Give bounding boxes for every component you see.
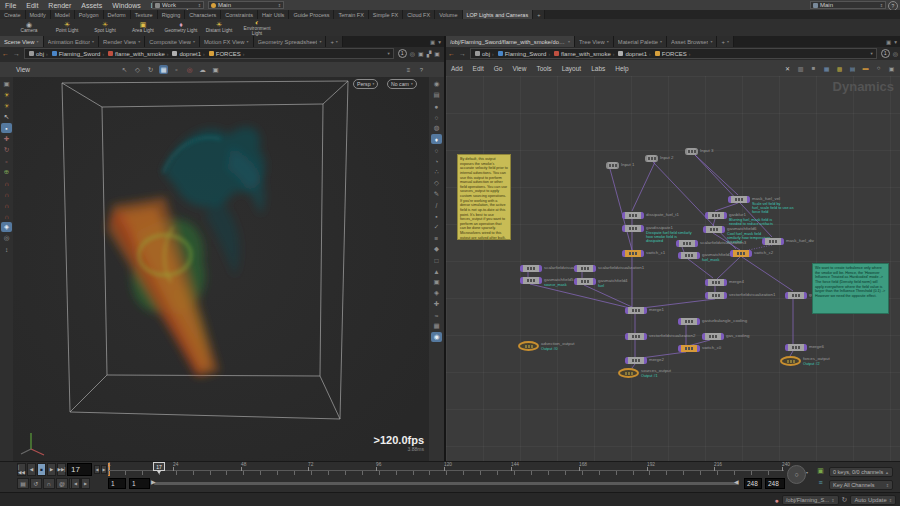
node-gasmatchfield4[interactable]: gasmatchfield4 fuel xyxy=(574,278,628,288)
node-input3[interactable]: Input 3 xyxy=(685,148,746,155)
node-switch-c1[interactable]: switch_c1 xyxy=(622,250,692,257)
node-body[interactable] xyxy=(728,196,750,203)
nav-back-icon[interactable]: ← xyxy=(0,50,11,57)
check-icon[interactable]: ✓ xyxy=(431,222,442,232)
shelf-tab[interactable]: Cloud FX xyxy=(403,10,435,19)
range-end-field[interactable]: 248 xyxy=(744,478,762,489)
pane-tab[interactable]: Motion FX View▾ xyxy=(200,36,254,47)
menu-item[interactable]: Render xyxy=(43,2,76,9)
node-body[interactable] xyxy=(518,341,539,351)
pane-tab[interactable]: Tree View▾ xyxy=(575,36,614,47)
range-slider-left-handle[interactable]: ▶ xyxy=(151,478,156,485)
headlight-icon[interactable]: ◉ xyxy=(431,332,442,342)
node-switch-c0[interactable]: switch_c0 xyxy=(678,345,748,352)
sticky-note-green[interactable]: We want to create turbulence only where … xyxy=(812,263,889,314)
pane-tab[interactable]: +▾ xyxy=(717,36,733,47)
rotate-tool-icon[interactable]: ↻ xyxy=(1,145,12,155)
shelf-tab[interactable]: Volume xyxy=(435,10,462,19)
recook-icon[interactable]: ↻ xyxy=(842,496,848,504)
pan-icon[interactable]: ↕ xyxy=(1,244,12,254)
camera-selector[interactable]: No cam▾ xyxy=(387,79,417,89)
network-menu-item[interactable]: View xyxy=(507,65,531,72)
pane-tab[interactable]: Asset Browser▾ xyxy=(667,36,717,47)
lightbulb-2-icon[interactable]: ○ xyxy=(431,145,442,155)
menu-item[interactable]: Edit xyxy=(21,2,43,9)
shelf-tab[interactable]: Model xyxy=(51,10,75,19)
view-mode-icon[interactable]: ↻ xyxy=(146,65,155,74)
person-icon[interactable]: ◔ xyxy=(431,156,442,166)
pane-tab[interactable]: Geometry Spreadsheet▾ xyxy=(254,36,327,47)
range-start-field[interactable]: 1 xyxy=(108,478,126,489)
menu-item[interactable]: Windows xyxy=(107,2,145,9)
node-body[interactable] xyxy=(520,277,542,284)
pane-tab[interactable]: /obj/Flaming_Sword/flame_with_smoke/dopn… xyxy=(446,36,575,47)
context-path-selector[interactable]: /obj/Flaming_S...⇕ xyxy=(782,495,839,505)
node-merge2[interactable]: merge2 xyxy=(625,357,695,364)
shelf-tab[interactable]: Texture xyxy=(131,10,158,19)
snap-prim-icon[interactable]: ∩ xyxy=(1,200,12,210)
maximize-icon[interactable]: ▣ xyxy=(434,50,440,57)
pose-tool-icon[interactable]: ⊕ xyxy=(1,167,12,177)
view-op-icon[interactable]: ◈ xyxy=(1,222,12,232)
network-menu-item[interactable]: Help xyxy=(610,65,633,72)
link-badge[interactable]: 1 xyxy=(398,49,407,58)
node-merge1[interactable]: merge1 xyxy=(625,307,695,314)
network-canvas[interactable]: Dynamics Input 1 xyxy=(446,76,900,461)
node-body[interactable] xyxy=(622,250,644,257)
material-icon[interactable]: ◈ xyxy=(431,288,442,298)
play-reverse-button[interactable]: ◀ xyxy=(27,463,36,476)
grid-display-icon[interactable]: ▦ xyxy=(431,321,442,331)
pane-help-icon[interactable]: ? xyxy=(417,65,426,74)
texture-icon[interactable]: ▣ xyxy=(431,277,442,287)
go-start-button[interactable]: |◀◀ xyxy=(17,463,26,476)
pane-tab[interactable]: Animation Editor▾ xyxy=(44,36,100,47)
timeline-ruler[interactable]: 124487296120144168192216240 17 xyxy=(108,462,786,477)
node-sfv1[interactable]: scalarfieldvisualization1 xyxy=(574,265,644,272)
pane-tab[interactable]: Material Palette▾ xyxy=(614,36,667,47)
lock-icon[interactable]: ● xyxy=(431,101,442,111)
node-body[interactable] xyxy=(622,225,644,232)
motion-blur-icon[interactable]: ≈ xyxy=(431,310,442,320)
search-icon[interactable]: ○ xyxy=(874,64,883,73)
move-tool-icon[interactable]: ✚ xyxy=(1,134,12,144)
nav-forward-icon[interactable]: → xyxy=(11,50,22,57)
viewport-layout-icon[interactable]: ▣ xyxy=(1,79,12,89)
node-body[interactable] xyxy=(730,250,752,257)
light-2-icon[interactable]: ☀ xyxy=(1,101,12,111)
draw-icon[interactable]: ✎ xyxy=(431,189,442,199)
breadcrumb-item[interactable]: flame_with_smoke› xyxy=(552,51,616,57)
breadcrumb-item[interactable]: flame_with_smoke› xyxy=(106,51,170,57)
diamond-icon[interactable]: ◆ xyxy=(431,244,442,254)
breadcrumb-item[interactable]: FORCES› xyxy=(207,51,247,57)
camera-view-icon[interactable]: ▣ xyxy=(211,65,220,74)
display-options-icon[interactable]: ▤ xyxy=(431,90,442,100)
range-slider-right-handle[interactable]: ◀ xyxy=(734,478,739,485)
node-gasblur1[interactable]: gasblur1 Blurring fuel_mask field is nee… xyxy=(705,212,773,226)
shelf-tab[interactable]: Guide Process xyxy=(289,10,334,19)
node-body[interactable] xyxy=(606,162,619,169)
nav-back-icon[interactable]: ← xyxy=(446,50,457,57)
handles-icon[interactable]: ◇ xyxy=(133,65,142,74)
link-badge[interactable]: 1 xyxy=(881,49,890,58)
node-sfv3[interactable]: scalarfieldvisualization3 xyxy=(676,240,746,247)
distant-light-tool[interactable]: ☀ Distant Light xyxy=(200,19,238,36)
node-body[interactable] xyxy=(625,307,647,314)
shelf-tab[interactable]: Modify xyxy=(26,10,51,19)
node-body[interactable] xyxy=(705,292,727,299)
projection-selector[interactable]: Persp▾ xyxy=(353,79,378,89)
current-frame-field[interactable]: 17 xyxy=(67,463,92,476)
shelf-tab[interactable]: Terrain FX xyxy=(334,10,368,19)
node-mask-fuel-div[interactable]: mask_fuel_div xyxy=(762,238,832,245)
node-body[interactable] xyxy=(676,240,698,247)
node-body[interactable] xyxy=(702,333,724,340)
node-body[interactable] xyxy=(780,356,801,366)
grid-view-icon[interactable]: ▦ xyxy=(822,64,831,73)
snapshot-icon[interactable]: ▣ xyxy=(418,50,424,57)
scoped-channels-icon[interactable]: ↺ xyxy=(30,478,42,489)
node-advection-output[interactable]: advection_output Output #0 xyxy=(518,341,574,351)
add-view-icon[interactable]: ✚ xyxy=(431,299,442,309)
breadcrumb-item[interactable]: dopnet1› xyxy=(616,51,652,57)
ruler-icon[interactable]: / xyxy=(431,200,442,210)
shelf-tab[interactable]: Rigging xyxy=(158,10,186,19)
node-body[interactable] xyxy=(574,265,596,272)
